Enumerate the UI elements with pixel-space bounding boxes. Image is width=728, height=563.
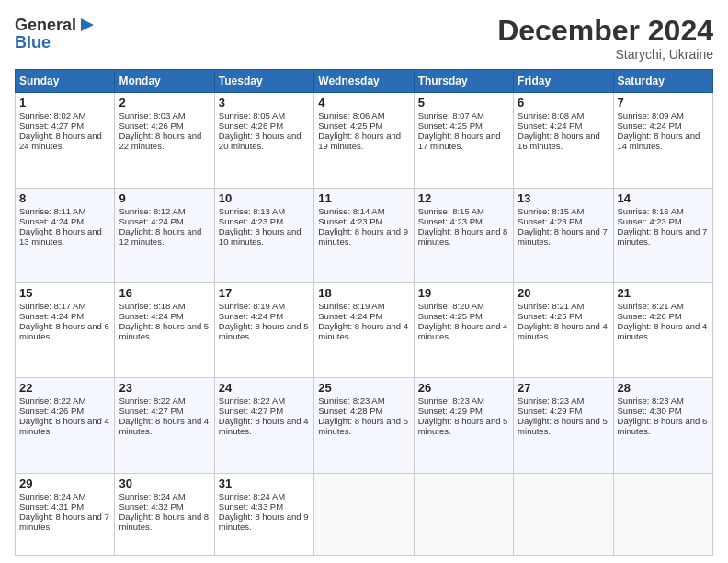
empty-cell	[314, 473, 414, 555]
day-number-14: 14	[618, 191, 709, 205]
calendar-header-row: Sunday Monday Tuesday Wednesday Thursday…	[16, 70, 713, 93]
day-cell-29: 29Sunrise: 8:24 AMSunset: 4:31 PMDayligh…	[16, 473, 115, 555]
col-sunday: Sunday	[16, 70, 115, 93]
day-number-17: 17	[219, 286, 310, 300]
header: General Blue December 2024 Starychi, Ukr…	[15, 15, 713, 62]
empty-cell	[414, 473, 513, 555]
day-number-27: 27	[518, 381, 609, 395]
day-number-28: 28	[618, 381, 709, 395]
day-number-10: 10	[219, 191, 310, 205]
logo-icon	[77, 15, 97, 35]
location: Starychi, Ukraine	[497, 47, 713, 62]
day-number-26: 26	[418, 381, 509, 395]
day-cell-9: 9Sunrise: 8:12 AMSunset: 4:24 PMDaylight…	[115, 188, 214, 282]
day-cell-7: 7Sunrise: 8:09 AMSunset: 4:24 PMDaylight…	[613, 93, 712, 188]
day-cell-4: 4Sunrise: 8:06 AMSunset: 4:25 PMDaylight…	[314, 93, 414, 188]
day-number-22: 22	[19, 381, 110, 395]
day-cell-10: 10Sunrise: 8:13 AMSunset: 4:23 PMDayligh…	[214, 188, 313, 282]
week-row-3: 15Sunrise: 8:17 AMSunset: 4:24 PMDayligh…	[16, 282, 713, 377]
day-number-19: 19	[418, 286, 509, 300]
day-number-13: 13	[518, 191, 609, 205]
main-container: General Blue December 2024 Starychi, Ukr…	[0, 0, 728, 563]
day-cell-3: 3Sunrise: 8:05 AMSunset: 4:26 PMDaylight…	[214, 93, 313, 188]
day-cell-13: 13Sunrise: 8:15 AMSunset: 4:23 PMDayligh…	[514, 188, 613, 282]
day-number-1: 1	[19, 96, 110, 109]
week-row-2: 8Sunrise: 8:11 AMSunset: 4:24 PMDaylight…	[16, 188, 713, 282]
empty-cell	[613, 473, 712, 555]
day-cell-15: 15Sunrise: 8:17 AMSunset: 4:24 PMDayligh…	[16, 282, 115, 377]
day-number-5: 5	[418, 96, 509, 109]
col-thursday: Thursday	[414, 70, 513, 93]
logo-blue: Blue	[15, 33, 97, 52]
day-number-3: 3	[219, 96, 310, 109]
title-section: December 2024 Starychi, Ukraine	[497, 15, 713, 62]
empty-cell	[514, 473, 613, 555]
day-cell-20: 20Sunrise: 8:21 AMSunset: 4:25 PMDayligh…	[514, 282, 613, 377]
day-cell-21: 21Sunrise: 8:21 AMSunset: 4:26 PMDayligh…	[613, 282, 712, 377]
day-number-29: 29	[19, 477, 110, 490]
day-cell-11: 11Sunrise: 8:14 AMSunset: 4:23 PMDayligh…	[314, 188, 414, 282]
day-number-11: 11	[318, 191, 409, 205]
logo: General Blue	[15, 15, 97, 52]
day-number-2: 2	[119, 96, 210, 109]
day-cell-19: 19Sunrise: 8:20 AMSunset: 4:25 PMDayligh…	[414, 282, 513, 377]
col-wednesday: Wednesday	[314, 70, 414, 93]
calendar-table: Sunday Monday Tuesday Wednesday Thursday…	[15, 69, 713, 556]
day-number-24: 24	[219, 381, 310, 395]
month-title: December 2024	[497, 15, 713, 47]
day-cell-2: 2Sunrise: 8:03 AMSunset: 4:26 PMDaylight…	[115, 93, 214, 188]
col-saturday: Saturday	[613, 70, 712, 93]
day-number-25: 25	[318, 381, 409, 395]
day-number-12: 12	[418, 191, 509, 205]
day-cell-26: 26Sunrise: 8:23 AMSunset: 4:29 PMDayligh…	[414, 378, 513, 473]
day-cell-12: 12Sunrise: 8:15 AMSunset: 4:23 PMDayligh…	[414, 188, 513, 282]
day-cell-27: 27Sunrise: 8:23 AMSunset: 4:29 PMDayligh…	[514, 378, 613, 473]
day-cell-6: 6Sunrise: 8:08 AMSunset: 4:24 PMDaylight…	[514, 93, 613, 188]
day-number-20: 20	[518, 286, 609, 300]
day-number-8: 8	[19, 191, 110, 205]
day-cell-22: 22Sunrise: 8:22 AMSunset: 4:26 PMDayligh…	[16, 378, 115, 473]
day-cell-16: 16Sunrise: 8:18 AMSunset: 4:24 PMDayligh…	[115, 282, 214, 377]
day-cell-1: 1Sunrise: 8:02 AMSunset: 4:27 PMDaylight…	[16, 93, 115, 188]
day-cell-23: 23Sunrise: 8:22 AMSunset: 4:27 PMDayligh…	[115, 378, 214, 473]
col-monday: Monday	[115, 70, 214, 93]
day-cell-8: 8Sunrise: 8:11 AMSunset: 4:24 PMDaylight…	[16, 188, 115, 282]
day-number-15: 15	[19, 286, 110, 300]
logo-general: General	[15, 16, 76, 35]
day-number-18: 18	[318, 286, 409, 300]
day-number-7: 7	[618, 96, 709, 109]
day-cell-31: 31Sunrise: 8:24 AMSunset: 4:33 PMDayligh…	[214, 473, 313, 555]
day-cell-17: 17Sunrise: 8:19 AMSunset: 4:24 PMDayligh…	[214, 282, 313, 377]
day-number-23: 23	[119, 381, 210, 395]
day-cell-24: 24Sunrise: 8:22 AMSunset: 4:27 PMDayligh…	[214, 378, 313, 473]
day-cell-18: 18Sunrise: 8:19 AMSunset: 4:24 PMDayligh…	[314, 282, 414, 377]
day-cell-30: 30Sunrise: 8:24 AMSunset: 4:32 PMDayligh…	[115, 473, 214, 555]
day-number-30: 30	[119, 477, 210, 490]
day-cell-5: 5Sunrise: 8:07 AMSunset: 4:25 PMDaylight…	[414, 93, 513, 188]
day-number-4: 4	[318, 96, 409, 109]
day-number-31: 31	[219, 477, 310, 490]
week-row-1: 1Sunrise: 8:02 AMSunset: 4:27 PMDaylight…	[16, 93, 713, 188]
day-number-9: 9	[119, 191, 210, 205]
week-row-4: 22Sunrise: 8:22 AMSunset: 4:26 PMDayligh…	[16, 378, 713, 473]
day-number-16: 16	[119, 286, 210, 300]
day-cell-25: 25Sunrise: 8:23 AMSunset: 4:28 PMDayligh…	[314, 378, 414, 473]
week-row-5: 29Sunrise: 8:24 AMSunset: 4:31 PMDayligh…	[16, 473, 713, 555]
col-friday: Friday	[514, 70, 613, 93]
day-number-6: 6	[518, 96, 609, 109]
svg-marker-0	[81, 18, 94, 31]
day-number-21: 21	[618, 286, 709, 300]
day-cell-28: 28Sunrise: 8:23 AMSunset: 4:30 PMDayligh…	[613, 378, 712, 473]
col-tuesday: Tuesday	[214, 70, 313, 93]
day-cell-14: 14Sunrise: 8:16 AMSunset: 4:23 PMDayligh…	[613, 188, 712, 282]
